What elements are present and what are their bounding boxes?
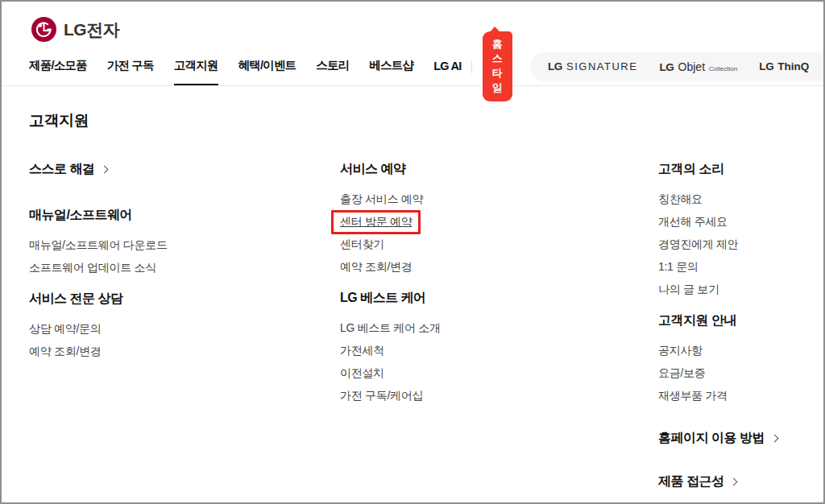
link-visit-service-reservation[interactable]: 출장 서비스 예약 (340, 192, 658, 207)
link-consult-reserve-inquiry[interactable]: 상담 예약/문의 (29, 321, 340, 337)
menu-column-left: 스스로 해결 매뉴얼/소프트웨어 매뉴얼/소프트웨어 다운로드 소프트웨어 업데… (29, 161, 340, 504)
link-subscription-careship[interactable]: 가전 구독/케어십 (340, 388, 658, 403)
red-annotation-box: 센터 방문 예약 (331, 210, 421, 234)
link-relocation-install[interactable]: 이전설치 (340, 366, 658, 381)
nav-item-lg-ai[interactable]: LG AI (433, 48, 461, 85)
brand-link-lg-signature[interactable]: LGSIGNATURE (548, 60, 638, 72)
lg-circle-face-logo-icon (31, 16, 57, 43)
section-heading: 서비스 예약 (340, 161, 658, 178)
section-heading: 서비스 전문 상담 (29, 291, 340, 308)
link-reservation-change[interactable]: 예약 조회/변경 (340, 259, 658, 275)
link-notices[interactable]: 공지사항 (658, 343, 823, 358)
brand-links-pill: LGSIGNATURE LGObjetCollection LGThinQ Le… (530, 52, 825, 81)
link-improve-request[interactable]: 개선해 주세요 (658, 214, 823, 229)
nav-item-support[interactable]: 고객지원 (174, 48, 218, 85)
link-recycled-parts-price[interactable]: 재생부품 가격 (658, 388, 823, 403)
link-consult-reservation-change[interactable]: 예약 조회/변경 (29, 344, 340, 359)
section-heading: 고객의 소리 (658, 161, 823, 178)
link-suggest-to-management[interactable]: 경영진에게 제안 (658, 237, 823, 252)
section-voice-of-customer: 고객의 소리 칭찬해요 개선해 주세요 경영진에게 제안 1:1 문의 나의 글… (658, 161, 823, 297)
link-self-solve[interactable]: 스스로 해결 (29, 161, 340, 178)
chevron-right-icon (101, 166, 109, 174)
nav-item-subscription[interactable]: 가전 구독 (107, 48, 154, 85)
section-lg-best-care: LG 베스트 케어 LG 베스트 케어 소개 가전세척 이전설치 가전 구독/케… (340, 290, 658, 403)
menu-column-center: 서비스 예약 출장 서비스 예약 센터 방문 예약 센터찾기 예약 조회/변경 … (340, 161, 658, 504)
link-best-care-intro[interactable]: LG 베스트 케어 소개 (340, 320, 658, 336)
link-product-accessibility[interactable]: 제품 접근성 (658, 473, 823, 490)
support-mega-menu: 고객지원 스스로 해결 매뉴얼/소프트웨어 매뉴얼/소프트웨어 다운로드 소프트… (2, 110, 823, 504)
link-one-to-one-inquiry[interactable]: 1:1 문의 (658, 259, 823, 275)
link-homepage-usage-guide[interactable]: 홈페이지 이용 방법 (658, 430, 823, 447)
nav-item-products[interactable]: 제품/소모품 (29, 48, 87, 85)
chevron-right-icon (770, 435, 778, 443)
link-praise[interactable]: 칭찬해요 (658, 192, 823, 207)
homestyle-badge[interactable]: 홈스타일 (483, 31, 512, 101)
section-service-reservation: 서비스 예약 출장 서비스 예약 센터 방문 예약 센터찾기 예약 조회/변경 (340, 161, 658, 275)
link-find-center[interactable]: 센터찾기 (340, 237, 658, 252)
nav-item-bestshop[interactable]: 베스트샵 (369, 48, 413, 85)
section-support-info: 고객지원 안내 공지사항 요금/보증 재생부품 가격 (658, 312, 823, 403)
section-service-consult: 서비스 전문 상담 상담 예약/문의 예약 조회/변경 (29, 291, 340, 359)
link-manual-software-download[interactable]: 매뉴얼/소프트웨어 다운로드 (29, 238, 340, 253)
link-appliance-cleaning[interactable]: 가전세척 (340, 343, 658, 358)
section-heading: 매뉴얼/소프트웨어 (29, 207, 340, 224)
nav-items: 제품/소모품 가전 구독 고객지원 혜택/이벤트 스토리 베스트샵 LG AI (29, 48, 461, 85)
brand-link-lg-thinq[interactable]: LGThinQ (759, 60, 809, 72)
link-fees-warranty[interactable]: 요금/보증 (658, 366, 823, 381)
link-center-visit-reservation[interactable]: 센터 방문 예약 (340, 214, 658, 229)
brand-link-lg-objet-collection[interactable]: LGObjetCollection (659, 60, 737, 73)
logo-wordmark: LG전자 (64, 19, 119, 41)
nav-right-group: 홈스타일 LGSIGNATURE LGObjetCollection LGThi… (471, 31, 825, 101)
chevron-right-icon (730, 478, 738, 486)
link-my-posts[interactable]: 나의 글 보기 (658, 282, 823, 297)
nav-item-story[interactable]: 스토리 (316, 48, 349, 85)
section-heading: 고객지원 안내 (658, 312, 823, 329)
menu-column-right: 고객의 소리 칭찬해요 개선해 주세요 경영진에게 제안 1:1 문의 나의 글… (658, 161, 823, 504)
link-software-update-news[interactable]: 소프트웨어 업데이트 소식 (29, 260, 340, 275)
section-heading: LG 베스트 케어 (340, 290, 658, 307)
site-header: LG전자 제품/소모품 가전 구독 고객지원 혜택/이벤트 스토리 베스트샵 L… (2, 2, 823, 86)
global-nav: 제품/소모품 가전 구독 고객지원 혜택/이벤트 스토리 베스트샵 LG AI … (2, 48, 823, 86)
section-manual-software: 매뉴얼/소프트웨어 매뉴얼/소프트웨어 다운로드 소프트웨어 업데이트 소식 (29, 207, 340, 275)
nav-item-benefits[interactable]: 혜택/이벤트 (238, 48, 296, 85)
page-title: 고객지원 (29, 110, 823, 131)
